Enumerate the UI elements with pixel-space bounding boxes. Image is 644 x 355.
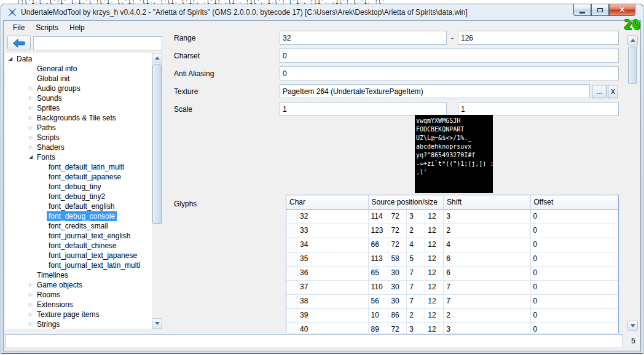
tree-item-timelines[interactable]: Timelines (5, 270, 152, 280)
cell-offset[interactable]: 0 (531, 295, 618, 309)
cell-src-w[interactable]: 7 (407, 281, 425, 295)
expand-icon[interactable]: ▷ (26, 310, 35, 319)
cell-src-y[interactable]: 72 (388, 323, 407, 333)
cell-src-y[interactable]: 30 (388, 267, 407, 281)
table-row[interactable]: 38563071270 (286, 295, 618, 309)
cell-src-w[interactable]: 7 (407, 295, 425, 309)
cell-shift[interactable]: 2 (444, 309, 530, 323)
expand-icon[interactable]: ▷ (26, 103, 35, 113)
cell-shift[interactable]: 6 (444, 252, 530, 267)
row-header[interactable] (286, 267, 297, 281)
row-header[interactable] (286, 281, 297, 295)
cell-shift[interactable]: 2 (444, 224, 530, 238)
table-row[interactable]: 371103071270 (286, 281, 618, 295)
main-scroll-track[interactable] (627, 45, 638, 321)
scale-y-input[interactable] (458, 102, 619, 116)
tree-item-sounds[interactable]: ▷Sounds (5, 93, 152, 103)
scroll-up-icon[interactable] (152, 53, 162, 63)
tree-item-texture-page-items[interactable]: ▷Texture page items (5, 310, 152, 319)
expand-icon[interactable]: ▷ (26, 290, 35, 300)
cell-char[interactable]: 37 (297, 281, 369, 295)
cell-shift[interactable]: 6 (444, 267, 530, 281)
tree-item-font-default-japanese[interactable]: font_default_japanese (5, 172, 152, 182)
expand-icon[interactable]: ▷ (26, 300, 35, 310)
main-scrollbar[interactable] (627, 35, 638, 331)
cell-offset[interactable]: 0 (531, 309, 618, 323)
cell-src-w[interactable]: 7 (407, 267, 425, 281)
cell-src-y[interactable]: 86 (388, 309, 407, 323)
tree-item-extensions[interactable]: ▷Extensions (5, 300, 152, 310)
texture-input[interactable] (280, 84, 590, 98)
collapse-icon[interactable]: ◢ (6, 54, 15, 64)
cell-src-x[interactable]: 89 (369, 323, 389, 333)
table-row[interactable]: 39108621220 (286, 309, 618, 323)
tree-item-global-init[interactable]: Global init (5, 74, 152, 84)
tree-item-shaders[interactable]: ▷Shaders (5, 142, 152, 152)
tree-item-sprites[interactable]: ▷Sprites (5, 103, 152, 113)
cell-src-w[interactable]: 2 (407, 224, 425, 238)
cell-src-y[interactable]: 72 (388, 210, 407, 224)
collapse-icon[interactable]: ◢ (26, 152, 35, 162)
cell-char[interactable]: 33 (297, 224, 369, 238)
texture-browse-button[interactable]: ... (592, 85, 607, 98)
tree-item-font-default-chinese[interactable]: font_default_chinese (5, 241, 152, 251)
row-header[interactable] (286, 238, 297, 252)
tree-item-audio-groups[interactable]: ▷Audio groups (5, 84, 152, 93)
tree-item-strings[interactable]: ▷Strings (5, 319, 152, 329)
cell-src-h[interactable]: 12 (425, 309, 444, 323)
expand-icon[interactable]: ▷ (26, 113, 35, 123)
cell-src-x[interactable]: 113 (369, 252, 389, 267)
expand-icon[interactable]: ▷ (26, 84, 35, 93)
charset-input[interactable] (280, 49, 619, 63)
tree-item-font-journal-text-latin-multi[interactable]: font_journal_text_latin_multi (5, 260, 152, 270)
cell-src-h[interactable]: 12 (425, 252, 444, 267)
close-button[interactable]: ✕ (609, 4, 635, 16)
table-row[interactable]: 36653071260 (286, 267, 618, 281)
row-header[interactable] (286, 252, 297, 267)
cell-src-h[interactable]: 12 (425, 224, 444, 238)
menu-file[interactable]: File (7, 22, 30, 33)
cell-src-x[interactable]: 114 (369, 210, 389, 224)
cell-shift[interactable]: 4 (444, 238, 530, 252)
cell-offset[interactable]: 0 (531, 281, 618, 295)
row-header[interactable] (286, 210, 297, 224)
cell-offset[interactable]: 0 (531, 210, 618, 224)
cell-src-w[interactable]: 2 (407, 309, 425, 323)
cell-char[interactable]: 35 (297, 252, 369, 267)
tree-item-font-debug-console[interactable]: font_debug_console (5, 211, 152, 221)
cell-src-h[interactable]: 12 (425, 238, 444, 252)
cell-src-h[interactable]: 12 (425, 323, 444, 333)
maximize-button[interactable] (591, 4, 609, 16)
cell-shift[interactable]: 7 (444, 295, 530, 309)
cell-char[interactable]: 32 (297, 210, 369, 224)
tree-item-game-objects[interactable]: ▷Game objects (5, 280, 152, 290)
tree-item-font-default-english[interactable]: font_default_english (5, 201, 152, 211)
tree-item-font-journal-text-japanese[interactable]: font_journal_text_japanese (5, 251, 152, 260)
tree-item-backgrounds-tile-sets[interactable]: ▷Backgrounds & Tile sets (5, 113, 152, 123)
column-header-source-position-size[interactable]: Source position/size (369, 195, 444, 209)
cell-src-w[interactable]: 3 (407, 210, 425, 224)
texture-clear-button[interactable]: X (608, 85, 618, 98)
cell-src-y[interactable]: 72 (388, 238, 407, 252)
cell-char[interactable]: 34 (297, 238, 369, 252)
tree-item-scripts[interactable]: ▷Scripts (5, 133, 152, 142)
back-button[interactable] (7, 36, 31, 50)
tree-scrollbar[interactable] (152, 53, 162, 329)
cell-offset[interactable]: 0 (531, 267, 618, 281)
table-row[interactable]: 40897231230 (286, 323, 618, 333)
tree-scroll-track[interactable] (152, 63, 162, 318)
table-row[interactable]: 34667241240 (286, 238, 618, 252)
tree-item-font-default-latin-multi[interactable]: font_default_latin_multi (5, 162, 152, 172)
expand-icon[interactable]: ▷ (26, 133, 35, 142)
row-header[interactable] (286, 224, 297, 238)
cell-shift[interactable]: 3 (444, 210, 530, 224)
tree-scroll-thumb[interactable] (152, 64, 162, 224)
range-to-input[interactable] (458, 31, 619, 45)
cell-char[interactable]: 40 (297, 323, 369, 333)
table-row[interactable]: 351135851260 (286, 252, 618, 267)
cell-src-h[interactable]: 12 (425, 281, 444, 295)
cell-src-y[interactable]: 58 (388, 252, 407, 267)
search-input[interactable] (33, 36, 162, 50)
cell-src-x[interactable]: 10 (369, 309, 389, 323)
cell-src-y[interactable]: 30 (388, 281, 407, 295)
